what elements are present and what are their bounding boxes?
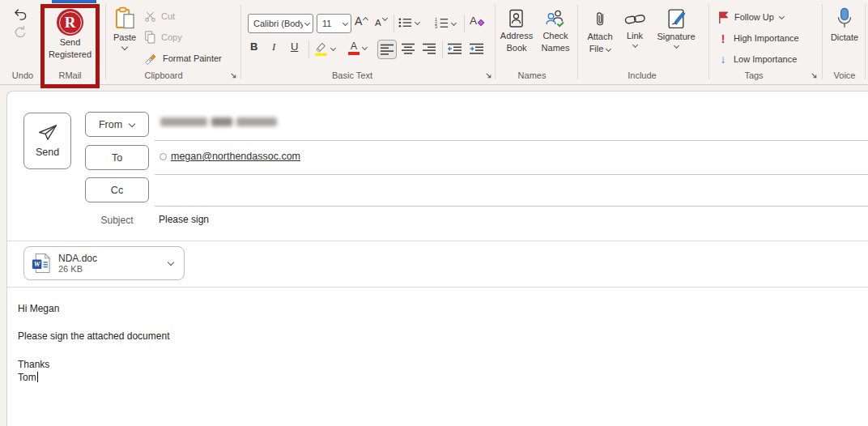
align-left-button[interactable] [377, 40, 397, 59]
align-left-icon [381, 44, 394, 56]
format-painter-icon [144, 52, 158, 66]
chevron-down-icon [121, 45, 128, 51]
align-center-button[interactable] [402, 43, 415, 55]
attachment-chevron-icon[interactable] [168, 260, 174, 266]
font-color-button[interactable]: A [348, 41, 367, 55]
chevron-down-icon [362, 45, 367, 50]
decrease-indent-button[interactable] [448, 43, 462, 55]
undo-button[interactable] [13, 7, 28, 21]
signature-icon [666, 8, 687, 30]
chevron-down-icon [632, 43, 637, 48]
chevron-down-icon [674, 44, 679, 49]
link-button[interactable]: Link [619, 10, 650, 48]
italic-button[interactable]: I [272, 40, 275, 53]
low-importance-button[interactable]: ↓ Low Importance [717, 52, 797, 66]
paste-button[interactable]: Paste [107, 6, 143, 51]
dictate-button[interactable]: Dictate [825, 7, 864, 43]
font-size-select[interactable]: 11 [317, 14, 351, 33]
increase-indent-icon [470, 43, 484, 55]
svg-text:3: 3 [435, 24, 437, 29]
send-button[interactable]: Send [23, 113, 71, 169]
attachment-filename: NDA.doc [58, 253, 160, 264]
group-divider [822, 4, 823, 79]
cc-button[interactable]: Cc [85, 177, 149, 202]
align-right-button[interactable] [423, 43, 436, 55]
group-divider [105, 4, 106, 79]
paperclip-icon [594, 8, 607, 30]
chevron-down-icon [129, 121, 135, 128]
group-divider [495, 4, 496, 79]
text-cursor [37, 372, 38, 382]
flag-icon [717, 11, 730, 24]
active-tab-indicator [52, 0, 96, 3]
group-divider [865, 4, 866, 79]
highlight-button[interactable] [314, 40, 335, 57]
address-book-icon [507, 8, 526, 29]
dialog-launcher-icon [230, 72, 237, 79]
chevron-up-icon [363, 15, 368, 20]
font-name-select[interactable]: Calibri (Body [248, 14, 313, 33]
decrease-indent-icon [448, 43, 462, 55]
link-icon [624, 10, 646, 29]
tags-group-label: Tags [718, 70, 789, 80]
check-names-button[interactable]: Check Names [536, 8, 575, 53]
attach-file-button[interactable]: Attach File [582, 8, 618, 54]
ribbon: Undo R Send Registered RMail Paste Cut [0, 0, 868, 85]
chevron-down-icon [415, 20, 419, 25]
align-center-icon [402, 43, 415, 55]
names-group-label: Names [496, 70, 568, 80]
subject-field[interactable]: Please sign [159, 214, 209, 225]
format-painter-button[interactable]: Format Painter [144, 51, 222, 66]
attachment-filesize: 26 KB [58, 264, 160, 275]
grow-font-button[interactable]: A [355, 15, 368, 28]
subject-label: Subject [85, 215, 149, 226]
address-book-button[interactable]: Address Book [498, 8, 535, 53]
field-divider [155, 140, 868, 141]
underline-button[interactable]: U [291, 40, 298, 53]
basic-text-group-label: Basic Text [316, 70, 389, 80]
include-group-label: Include [606, 70, 679, 80]
highlight-annotation-box [40, 4, 100, 88]
shrink-font-button[interactable]: A [375, 16, 387, 28]
eraser-icon [478, 19, 484, 26]
chevron-down-icon [330, 46, 335, 51]
low-importance-icon: ↓ [717, 53, 729, 66]
bullets-button[interactable] [398, 17, 419, 28]
send-plane-icon [37, 124, 58, 141]
to-button[interactable]: To [85, 145, 149, 170]
from-address-redacted [160, 117, 277, 126]
dialog-launcher-icon [485, 72, 492, 79]
chevron-down-icon [304, 21, 309, 26]
field-divider [155, 174, 868, 175]
bullets-icon [398, 17, 412, 28]
basic-text-dialog-launcher[interactable] [485, 72, 493, 80]
redo-button[interactable] [14, 25, 28, 39]
group-divider [708, 4, 709, 79]
follow-up-button[interactable]: Follow Up [717, 10, 784, 24]
numbering-icon: 1 2 3 [435, 17, 449, 29]
high-importance-button[interactable]: ! High Importance [717, 31, 799, 45]
bold-button[interactable]: B [250, 40, 257, 53]
clipboard-dialog-launcher[interactable] [230, 72, 238, 80]
body-line: Thanks [18, 359, 49, 370]
microphone-icon [834, 7, 855, 31]
svg-text:W: W [34, 260, 41, 268]
signature-button[interactable]: Signature [652, 8, 700, 49]
numbering-button[interactable]: 1 2 3 [435, 17, 456, 29]
increase-indent-button[interactable] [470, 43, 484, 55]
scissors-icon [144, 10, 156, 23]
redo-icon [14, 25, 28, 39]
body-line: Please sign the attached document [18, 330, 169, 342]
chevron-down-icon [779, 15, 784, 19]
copy-button[interactable]: Copy [143, 30, 182, 45]
from-button[interactable]: From [85, 112, 149, 137]
clear-formatting-button[interactable]: A [470, 15, 483, 27]
attachment-divider [7, 287, 868, 288]
attachment-card[interactable]: W NDA.doc 26 KB [23, 246, 185, 280]
body-line: Tom [18, 372, 38, 383]
font-color-icon: A [348, 41, 360, 55]
to-recipient-link[interactable]: megan@northendassoc.com [171, 151, 300, 162]
clipboard-group-label: Clipboard [127, 70, 200, 80]
cut-button[interactable]: Cut [144, 9, 175, 23]
chevron-down-icon [343, 21, 347, 26]
